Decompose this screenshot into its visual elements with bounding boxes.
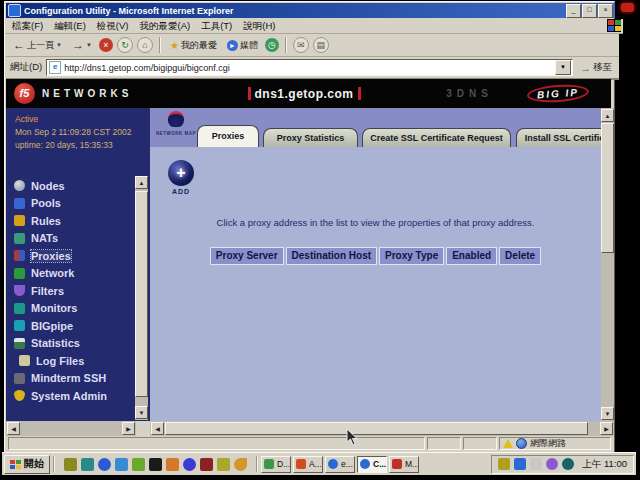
go-button[interactable]: → 移至 (577, 61, 615, 74)
address-dropdown-button[interactable]: ▼ (555, 60, 571, 75)
quicklaunch-icon[interactable] (132, 458, 145, 471)
tray-icon[interactable] (530, 458, 542, 470)
scroll-thumb[interactable] (165, 422, 588, 435)
sidebar-item-nodes[interactable]: Nodes (14, 180, 107, 191)
quicklaunch-icon[interactable] (217, 458, 230, 471)
tab-proxy-statistics[interactable]: Proxy Statistics (263, 128, 358, 147)
sidebar-item-mindterm-ssh[interactable]: Mindterm SSH (14, 373, 107, 384)
app-icon (328, 459, 338, 469)
back-button[interactable]: ← 上一頁 ▼ (10, 37, 65, 53)
window-titlebar[interactable]: Configuration Utility - Microsoft Intern… (6, 3, 615, 18)
menu-file[interactable]: 檔案(F) (12, 20, 43, 33)
sidebar-item-bigpipe[interactable]: BIGpipe (14, 320, 107, 331)
taskbar-window-button[interactable]: e... (325, 456, 355, 473)
network-icon (14, 268, 25, 279)
address-url: http://dns1.getop.com/bigipgui/bigconf.c… (64, 63, 555, 73)
sidebar-item-rules[interactable]: Rules (14, 215, 107, 226)
window-title: Configuration Utility - Microsoft Intern… (24, 6, 565, 16)
sidebar-item-log-files[interactable]: Log Files (14, 355, 107, 366)
address-input[interactable]: e http://dns1.getop.com/bigipgui/bigconf… (46, 59, 573, 76)
status-datetime: Mon Sep 2 11:09:28 CST 2002 (15, 126, 131, 139)
address-label: 網址(D) (10, 61, 42, 74)
sidebar-nav: Nodes Pools Rules NATs Proxies Network F… (14, 180, 107, 401)
quicklaunch-icon[interactable] (115, 458, 128, 471)
quicklaunch-icon[interactable] (64, 458, 77, 471)
column-header-destination-host[interactable]: Destination Host (286, 247, 377, 265)
internet-zone-icon (516, 438, 527, 449)
maximize-button[interactable]: □ (582, 4, 597, 18)
column-header-proxy-type[interactable]: Proxy Type (379, 247, 444, 265)
refresh-button[interactable]: ↻ (117, 37, 133, 53)
start-button[interactable]: 開始 (4, 455, 50, 474)
status-uptime: uptime: 20 days, 15:35:33 (15, 139, 131, 152)
quicklaunch-icon[interactable] (166, 458, 179, 471)
add-button[interactable]: + (168, 160, 194, 186)
quicklaunch-icon[interactable] (98, 458, 111, 471)
scroll-thumb[interactable] (601, 123, 614, 253)
tab-install-ssl-certificate[interactable]: Install SSL Certificate (516, 128, 601, 147)
tray-icon[interactable] (562, 458, 574, 470)
f5-logo: f5 (14, 83, 35, 104)
network-icon[interactable] (514, 458, 526, 470)
taskbar-window-button[interactable]: A... (293, 456, 323, 473)
sidebar-item-statistics[interactable]: Statistics (14, 338, 107, 349)
menu-tools[interactable]: 工具(T) (201, 20, 232, 33)
close-button[interactable]: × (598, 4, 613, 18)
sidebar-item-monitors[interactable]: Monitors (14, 303, 107, 314)
taskbar-window-button-active[interactable]: C... (357, 456, 387, 473)
menu-favorites[interactable]: 我的最愛(A) (139, 20, 190, 33)
sidebar-item-proxies[interactable]: Proxies (14, 250, 107, 261)
system-admin-icon (14, 390, 25, 401)
scroll-up-button[interactable]: ▲ (135, 176, 148, 189)
scroll-left-button[interactable]: ◀ (7, 422, 20, 435)
favorites-button[interactable]: ★ 我的最愛 (167, 38, 220, 53)
sidebar-item-system-admin[interactable]: System Admin (14, 390, 107, 401)
tab-proxies[interactable]: Proxies (197, 125, 259, 147)
scroll-down-button[interactable]: ▼ (601, 407, 614, 420)
print-button[interactable]: ▤ (313, 37, 329, 53)
sidebar-item-nats[interactable]: NATs (14, 233, 107, 244)
forward-icon: → (72, 38, 84, 52)
tray-icon[interactable] (546, 458, 558, 470)
menu-view[interactable]: 檢視(V) (97, 20, 129, 33)
scroll-left-button[interactable]: ◀ (151, 422, 164, 435)
taskbar-window-button[interactable]: D... (261, 456, 291, 473)
quicklaunch-icon[interactable] (200, 458, 213, 471)
scroll-right-button[interactable]: ▶ (122, 422, 135, 435)
sidebar-item-filters[interactable]: Filters (14, 285, 107, 296)
tab-create-ssl-certificate-request[interactable]: Create SSL Certificate Request (362, 128, 511, 147)
scroll-right-button[interactable]: ▶ (600, 422, 613, 435)
quicklaunch-icon[interactable] (183, 458, 196, 471)
mail-button[interactable]: ✉ (293, 37, 309, 53)
app-icon (296, 459, 306, 469)
minimize-button[interactable]: _ (566, 4, 581, 18)
menu-edit[interactable]: 編輯(E) (54, 20, 86, 33)
taskbar: 開始 D... A... e... C... M... 上午 1 (2, 452, 636, 475)
quicklaunch-icon[interactable] (81, 458, 94, 471)
media-button[interactable]: ▸ 媒體 (224, 38, 261, 53)
home-button[interactable]: ⌂ (137, 37, 153, 53)
forward-dropdown-icon: ▼ (86, 42, 92, 48)
column-header-proxy-server[interactable]: Proxy Server (210, 247, 284, 265)
sidebar-item-pools[interactable]: Pools (14, 198, 107, 209)
sidebar-item-network[interactable]: Network (14, 268, 107, 279)
column-header-enabled[interactable]: Enabled (446, 247, 497, 265)
quicklaunch-icon[interactable] (234, 458, 247, 471)
scroll-up-button[interactable]: ▲ (601, 109, 614, 122)
volume-icon[interactable] (498, 458, 510, 470)
window-icon (8, 4, 21, 17)
column-header-delete[interactable]: Delete (499, 247, 541, 265)
stop-button[interactable]: × (99, 38, 113, 52)
system-tray: 上午 11:00 (491, 455, 634, 474)
menu-help[interactable]: 說明(H) (243, 20, 275, 33)
network-map-button[interactable]: NETWORK MAP (155, 111, 197, 136)
scroll-down-button[interactable]: ▼ (135, 406, 148, 419)
quicklaunch-icon[interactable] (149, 458, 162, 471)
rules-icon (14, 215, 25, 226)
scroll-thumb[interactable] (135, 191, 148, 397)
history-button[interactable]: ◷ (265, 38, 279, 52)
forward-button[interactable]: → ▼ (69, 37, 95, 53)
add-button-label: ADD (164, 188, 198, 195)
toolbar-separator (285, 37, 287, 53)
taskbar-window-button[interactable]: M... (389, 456, 419, 473)
